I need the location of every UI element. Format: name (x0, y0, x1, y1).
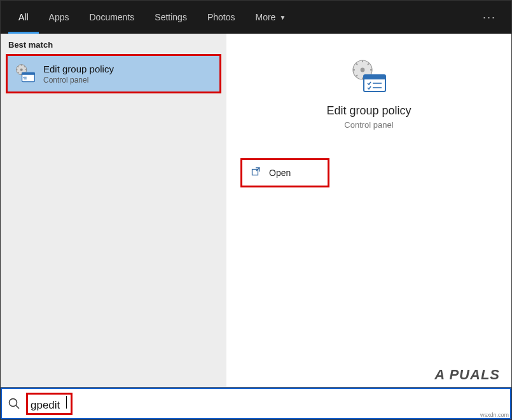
svg-point-30 (10, 399, 17, 407)
attribution-text: wsxdn.com (480, 412, 509, 418)
result-title: Edit group policy (43, 64, 114, 74)
tab-more-label: More (255, 12, 275, 22)
svg-line-31 (16, 405, 19, 409)
preview-subtitle: Control panel (344, 120, 393, 130)
watermark-logo: A PUALS (434, 367, 500, 383)
group-policy-large-icon (349, 56, 389, 97)
tab-all[interactable]: All (8, 1, 39, 34)
svg-point-15 (361, 68, 365, 72)
main-content: Best match (1, 34, 511, 388)
result-subtitle: Control panel (43, 76, 114, 85)
open-action[interactable]: Open (240, 158, 329, 187)
results-pane: Best match (1, 34, 226, 387)
result-text: Edit group policy Control panel (43, 64, 114, 85)
text-cursor (66, 396, 67, 409)
svg-rect-25 (364, 75, 385, 79)
section-best-match: Best match (1, 34, 226, 53)
open-label: Open (269, 168, 291, 178)
tab-settings[interactable]: Settings (144, 1, 197, 34)
tab-apps[interactable]: Apps (39, 1, 80, 34)
top-tab-bar: All Apps Documents Settings Photos More … (1, 1, 511, 34)
search-icon (7, 396, 21, 410)
overflow-menu-button[interactable]: ··· (475, 11, 504, 24)
search-bar[interactable] (1, 388, 511, 419)
svg-rect-11 (22, 72, 35, 75)
svg-point-1 (20, 69, 23, 71)
search-input-highlight (26, 393, 73, 415)
tab-photos[interactable]: Photos (197, 1, 246, 34)
result-edit-group-policy[interactable]: Edit group policy Control panel (6, 54, 221, 93)
group-policy-icon (14, 62, 37, 85)
open-icon (251, 166, 261, 179)
tab-more[interactable]: More ▼ (245, 1, 296, 34)
tab-documents[interactable]: Documents (79, 1, 144, 34)
chevron-down-icon: ▼ (279, 14, 286, 21)
preview-pane: Edit group policy Control panel Open A P… (226, 34, 511, 387)
preview-title: Edit group policy (326, 104, 411, 118)
tab-list: All Apps Documents Settings Photos More … (8, 1, 296, 34)
search-input[interactable] (31, 399, 67, 412)
